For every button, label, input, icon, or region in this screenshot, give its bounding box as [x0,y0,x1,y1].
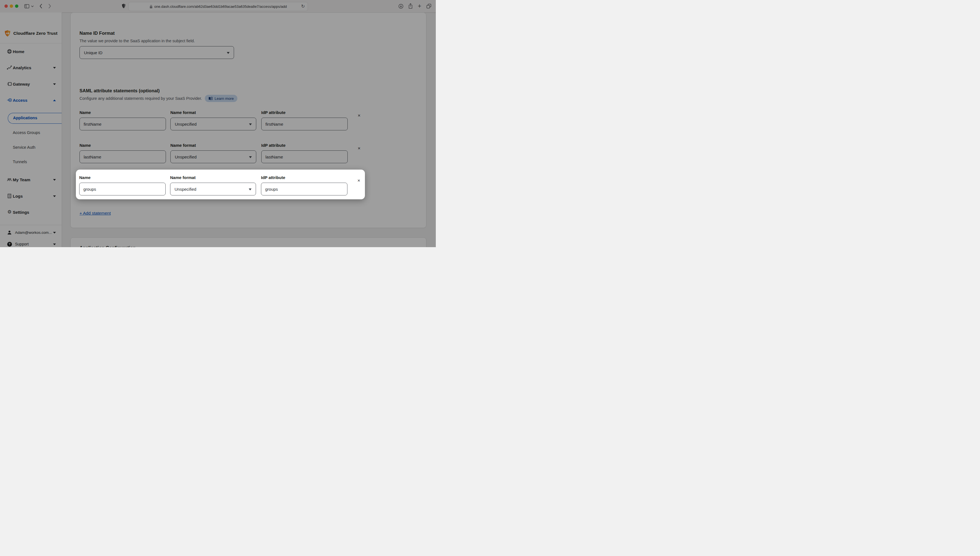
statement-format-value: Unspecified [174,187,196,192]
statement-idp-field: IdP attribute [261,175,347,180]
idp-attribute-column-label: IdP attribute [261,175,347,180]
caret-down-icon [249,189,252,191]
statement-name-field: Name [79,175,166,180]
statement-idp-input[interactable] [261,183,347,196]
statement-name-input[interactable] [79,183,166,196]
dim-overlay [0,0,436,247]
statement-format-field: Name format Unspecified [170,175,256,180]
remove-statement-button[interactable]: × [356,178,362,183]
highlighted-statement-card: Name Name format Unspecified IdP attribu… [76,170,365,199]
screen: { "browser": { "url": "one.dash.cloudfla… [0,0,436,247]
statement-format-select[interactable]: Unspecified [170,183,256,196]
name-column-label: Name [79,175,166,180]
name-format-column-label: Name format [170,175,256,180]
statement-row: Name Name format Unspecified IdP attribu… [79,175,368,203]
